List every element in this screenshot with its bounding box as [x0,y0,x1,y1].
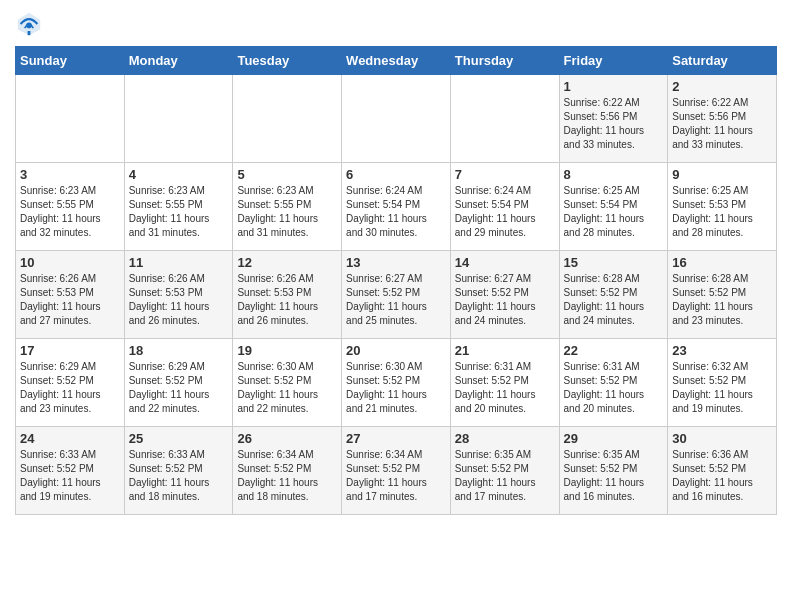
calendar-day-header: Tuesday [233,47,342,75]
calendar-cell: 28 Sunrise: 6:35 AM Sunset: 5:52 PM Dayl… [450,427,559,515]
day-info: Sunrise: 6:26 AM Sunset: 5:53 PM Dayligh… [129,272,229,328]
calendar-cell: 18 Sunrise: 6:29 AM Sunset: 5:52 PM Dayl… [124,339,233,427]
calendar-cell: 16 Sunrise: 6:28 AM Sunset: 5:52 PM Dayl… [668,251,777,339]
calendar-cell [450,75,559,163]
day-number: 1 [564,79,664,94]
day-number: 5 [237,167,337,182]
day-info: Sunrise: 6:34 AM Sunset: 5:52 PM Dayligh… [237,448,337,504]
calendar-cell: 20 Sunrise: 6:30 AM Sunset: 5:52 PM Dayl… [342,339,451,427]
day-number: 20 [346,343,446,358]
calendar-cell: 8 Sunrise: 6:25 AM Sunset: 5:54 PM Dayli… [559,163,668,251]
day-number: 9 [672,167,772,182]
day-number: 27 [346,431,446,446]
calendar-week-row: 24 Sunrise: 6:33 AM Sunset: 5:52 PM Dayl… [16,427,777,515]
calendar-cell: 17 Sunrise: 6:29 AM Sunset: 5:52 PM Dayl… [16,339,125,427]
calendar-day-header: Saturday [668,47,777,75]
calendar-cell: 24 Sunrise: 6:33 AM Sunset: 5:52 PM Dayl… [16,427,125,515]
calendar-cell: 15 Sunrise: 6:28 AM Sunset: 5:52 PM Dayl… [559,251,668,339]
day-info: Sunrise: 6:27 AM Sunset: 5:52 PM Dayligh… [346,272,446,328]
day-number: 26 [237,431,337,446]
calendar-cell: 13 Sunrise: 6:27 AM Sunset: 5:52 PM Dayl… [342,251,451,339]
calendar-day-header: Thursday [450,47,559,75]
day-info: Sunrise: 6:30 AM Sunset: 5:52 PM Dayligh… [346,360,446,416]
day-info: Sunrise: 6:24 AM Sunset: 5:54 PM Dayligh… [346,184,446,240]
day-number: 2 [672,79,772,94]
day-info: Sunrise: 6:23 AM Sunset: 5:55 PM Dayligh… [20,184,120,240]
svg-rect-3 [28,31,31,35]
day-info: Sunrise: 6:29 AM Sunset: 5:52 PM Dayligh… [129,360,229,416]
day-info: Sunrise: 6:27 AM Sunset: 5:52 PM Dayligh… [455,272,555,328]
day-number: 23 [672,343,772,358]
calendar-cell: 22 Sunrise: 6:31 AM Sunset: 5:52 PM Dayl… [559,339,668,427]
logo-area [15,10,47,38]
day-number: 30 [672,431,772,446]
calendar-week-row: 10 Sunrise: 6:26 AM Sunset: 5:53 PM Dayl… [16,251,777,339]
day-info: Sunrise: 6:33 AM Sunset: 5:52 PM Dayligh… [129,448,229,504]
day-info: Sunrise: 6:23 AM Sunset: 5:55 PM Dayligh… [237,184,337,240]
day-number: 13 [346,255,446,270]
day-info: Sunrise: 6:22 AM Sunset: 5:56 PM Dayligh… [564,96,664,152]
day-number: 16 [672,255,772,270]
calendar-cell: 27 Sunrise: 6:34 AM Sunset: 5:52 PM Dayl… [342,427,451,515]
calendar-cell: 7 Sunrise: 6:24 AM Sunset: 5:54 PM Dayli… [450,163,559,251]
calendar-cell: 25 Sunrise: 6:33 AM Sunset: 5:52 PM Dayl… [124,427,233,515]
day-number: 11 [129,255,229,270]
day-number: 6 [346,167,446,182]
day-info: Sunrise: 6:26 AM Sunset: 5:53 PM Dayligh… [237,272,337,328]
calendar-cell: 4 Sunrise: 6:23 AM Sunset: 5:55 PM Dayli… [124,163,233,251]
day-number: 8 [564,167,664,182]
calendar-cell: 19 Sunrise: 6:30 AM Sunset: 5:52 PM Dayl… [233,339,342,427]
calendar-cell: 29 Sunrise: 6:35 AM Sunset: 5:52 PM Dayl… [559,427,668,515]
calendar-table: SundayMondayTuesdayWednesdayThursdayFrid… [15,46,777,515]
day-info: Sunrise: 6:31 AM Sunset: 5:52 PM Dayligh… [564,360,664,416]
logo-icon [15,10,43,38]
day-number: 19 [237,343,337,358]
calendar-cell: 12 Sunrise: 6:26 AM Sunset: 5:53 PM Dayl… [233,251,342,339]
day-number: 29 [564,431,664,446]
day-number: 14 [455,255,555,270]
svg-point-2 [26,23,32,29]
header [15,10,777,38]
calendar-week-row: 17 Sunrise: 6:29 AM Sunset: 5:52 PM Dayl… [16,339,777,427]
calendar-cell: 9 Sunrise: 6:25 AM Sunset: 5:53 PM Dayli… [668,163,777,251]
day-info: Sunrise: 6:36 AM Sunset: 5:52 PM Dayligh… [672,448,772,504]
day-info: Sunrise: 6:26 AM Sunset: 5:53 PM Dayligh… [20,272,120,328]
day-info: Sunrise: 6:23 AM Sunset: 5:55 PM Dayligh… [129,184,229,240]
calendar-cell [16,75,125,163]
calendar-cell: 1 Sunrise: 6:22 AM Sunset: 5:56 PM Dayli… [559,75,668,163]
day-info: Sunrise: 6:28 AM Sunset: 5:52 PM Dayligh… [672,272,772,328]
day-number: 28 [455,431,555,446]
calendar-week-row: 3 Sunrise: 6:23 AM Sunset: 5:55 PM Dayli… [16,163,777,251]
day-number: 12 [237,255,337,270]
calendar-cell: 14 Sunrise: 6:27 AM Sunset: 5:52 PM Dayl… [450,251,559,339]
calendar-cell: 10 Sunrise: 6:26 AM Sunset: 5:53 PM Dayl… [16,251,125,339]
day-number: 25 [129,431,229,446]
day-number: 15 [564,255,664,270]
day-number: 3 [20,167,120,182]
day-info: Sunrise: 6:29 AM Sunset: 5:52 PM Dayligh… [20,360,120,416]
calendar-cell: 2 Sunrise: 6:22 AM Sunset: 5:56 PM Dayli… [668,75,777,163]
day-info: Sunrise: 6:28 AM Sunset: 5:52 PM Dayligh… [564,272,664,328]
day-number: 7 [455,167,555,182]
day-number: 24 [20,431,120,446]
calendar-day-header: Friday [559,47,668,75]
calendar-cell: 5 Sunrise: 6:23 AM Sunset: 5:55 PM Dayli… [233,163,342,251]
calendar-cell [342,75,451,163]
calendar-cell: 26 Sunrise: 6:34 AM Sunset: 5:52 PM Dayl… [233,427,342,515]
day-number: 17 [20,343,120,358]
calendar-day-header: Monday [124,47,233,75]
day-number: 18 [129,343,229,358]
calendar-cell [124,75,233,163]
calendar-week-row: 1 Sunrise: 6:22 AM Sunset: 5:56 PM Dayli… [16,75,777,163]
day-info: Sunrise: 6:31 AM Sunset: 5:52 PM Dayligh… [455,360,555,416]
day-info: Sunrise: 6:22 AM Sunset: 5:56 PM Dayligh… [672,96,772,152]
calendar-cell: 11 Sunrise: 6:26 AM Sunset: 5:53 PM Dayl… [124,251,233,339]
day-number: 10 [20,255,120,270]
calendar-cell: 30 Sunrise: 6:36 AM Sunset: 5:52 PM Dayl… [668,427,777,515]
calendar-day-header: Wednesday [342,47,451,75]
day-number: 22 [564,343,664,358]
calendar-day-header: Sunday [16,47,125,75]
calendar-header-row: SundayMondayTuesdayWednesdayThursdayFrid… [16,47,777,75]
page: SundayMondayTuesdayWednesdayThursdayFrid… [0,0,792,530]
day-info: Sunrise: 6:34 AM Sunset: 5:52 PM Dayligh… [346,448,446,504]
